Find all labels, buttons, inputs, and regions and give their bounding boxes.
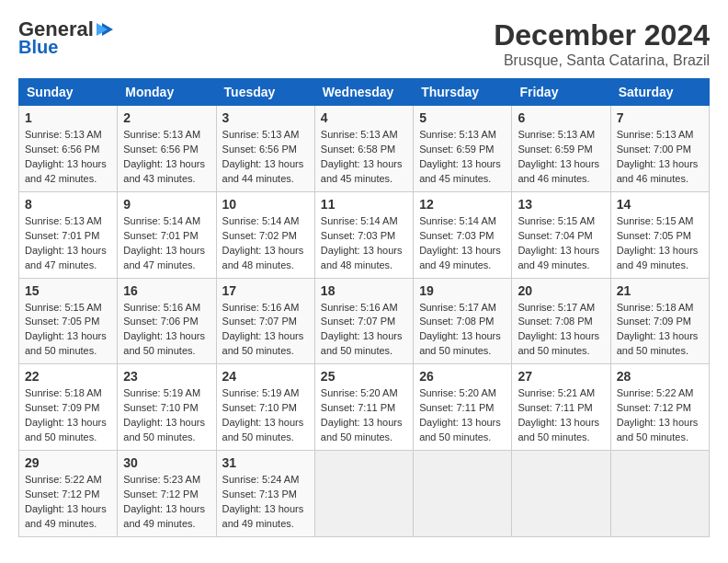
calendar-header-row: SundayMondayTuesdayWednesdayThursdayFrid…	[19, 79, 710, 106]
day-info: Sunrise: 5:16 AM Sunset: 7:06 PM Dayligh…	[123, 301, 210, 360]
column-header-monday: Monday	[118, 79, 216, 106]
day-info: Sunrise: 5:14 AM Sunset: 7:03 PM Dayligh…	[321, 214, 407, 273]
calendar-cell: 7Sunrise: 5:13 AM Sunset: 7:00 PM Daylig…	[610, 106, 709, 192]
calendar-cell: 5Sunrise: 5:13 AM Sunset: 6:59 PM Daylig…	[414, 106, 512, 192]
calendar-cell: 16Sunrise: 5:16 AM Sunset: 7:06 PM Dayli…	[118, 278, 216, 364]
calendar-cell	[512, 451, 610, 537]
day-number: 17	[222, 283, 309, 298]
day-number: 2	[123, 110, 210, 125]
day-info: Sunrise: 5:24 AM Sunset: 7:13 PM Dayligh…	[222, 473, 309, 532]
column-header-thursday: Thursday	[414, 79, 512, 106]
calendar-cell: 30Sunrise: 5:23 AM Sunset: 7:12 PM Dayli…	[118, 451, 216, 537]
day-number: 7	[617, 110, 703, 125]
day-number: 26	[419, 369, 506, 384]
calendar-cell: 29Sunrise: 5:22 AM Sunset: 7:12 PM Dayli…	[19, 451, 118, 537]
day-number: 28	[617, 369, 703, 384]
day-number: 1	[25, 110, 111, 125]
day-info: Sunrise: 5:15 AM Sunset: 7:05 PM Dayligh…	[617, 214, 703, 273]
day-number: 31	[222, 455, 309, 470]
calendar-cell: 17Sunrise: 5:16 AM Sunset: 7:07 PM Dayli…	[216, 278, 314, 364]
day-number: 10	[222, 197, 309, 212]
day-number: 30	[123, 455, 210, 470]
column-header-wednesday: Wednesday	[314, 79, 413, 106]
calendar-cell: 3Sunrise: 5:13 AM Sunset: 6:56 PM Daylig…	[216, 106, 314, 192]
column-header-tuesday: Tuesday	[216, 79, 314, 106]
day-info: Sunrise: 5:23 AM Sunset: 7:12 PM Dayligh…	[123, 473, 210, 532]
calendar-week-2: 8Sunrise: 5:13 AM Sunset: 7:01 PM Daylig…	[19, 191, 710, 278]
day-info: Sunrise: 5:13 AM Sunset: 6:56 PM Dayligh…	[222, 128, 309, 187]
calendar-cell: 27Sunrise: 5:21 AM Sunset: 7:11 PM Dayli…	[512, 364, 610, 451]
calendar-cell	[414, 451, 512, 537]
calendar-cell: 31Sunrise: 5:24 AM Sunset: 7:13 PM Dayli…	[216, 451, 314, 537]
day-info: Sunrise: 5:14 AM Sunset: 7:02 PM Dayligh…	[222, 214, 309, 273]
day-info: Sunrise: 5:14 AM Sunset: 7:01 PM Dayligh…	[123, 214, 210, 273]
day-number: 24	[222, 369, 309, 384]
logo-blue: Blue	[18, 37, 58, 57]
day-number: 29	[25, 455, 111, 470]
day-info: Sunrise: 5:19 AM Sunset: 7:10 PM Dayligh…	[222, 386, 309, 445]
day-info: Sunrise: 5:18 AM Sunset: 7:09 PM Dayligh…	[617, 301, 703, 360]
calendar-cell: 22Sunrise: 5:18 AM Sunset: 7:09 PM Dayli…	[19, 364, 118, 451]
calendar-cell: 28Sunrise: 5:22 AM Sunset: 7:12 PM Dayli…	[610, 364, 709, 451]
main-title: December 2024	[494, 18, 710, 52]
logo-icon	[95, 19, 115, 40]
calendar-cell: 2Sunrise: 5:13 AM Sunset: 6:56 PM Daylig…	[118, 106, 216, 192]
day-info: Sunrise: 5:13 AM Sunset: 6:58 PM Dayligh…	[321, 128, 407, 187]
day-info: Sunrise: 5:18 AM Sunset: 7:09 PM Dayligh…	[25, 386, 111, 445]
day-number: 21	[617, 283, 703, 298]
day-info: Sunrise: 5:13 AM Sunset: 6:59 PM Dayligh…	[419, 128, 506, 187]
title-area: December 2024 Brusque, Santa Catarina, B…	[494, 18, 710, 69]
day-number: 25	[321, 369, 407, 384]
calendar-cell: 13Sunrise: 5:15 AM Sunset: 7:04 PM Dayli…	[512, 191, 610, 278]
day-info: Sunrise: 5:22 AM Sunset: 7:12 PM Dayligh…	[25, 473, 111, 532]
day-info: Sunrise: 5:13 AM Sunset: 7:01 PM Dayligh…	[25, 214, 111, 273]
day-number: 16	[123, 283, 210, 298]
day-number: 6	[518, 110, 604, 125]
calendar-cell: 21Sunrise: 5:18 AM Sunset: 7:09 PM Dayli…	[610, 278, 709, 364]
day-number: 22	[25, 369, 111, 384]
day-info: Sunrise: 5:22 AM Sunset: 7:12 PM Dayligh…	[617, 386, 703, 445]
calendar-cell: 4Sunrise: 5:13 AM Sunset: 6:58 PM Daylig…	[314, 106, 413, 192]
calendar-week-1: 1Sunrise: 5:13 AM Sunset: 6:56 PM Daylig…	[19, 106, 710, 192]
day-number: 3	[222, 110, 309, 125]
day-info: Sunrise: 5:17 AM Sunset: 7:08 PM Dayligh…	[518, 301, 604, 360]
calendar-body: 1Sunrise: 5:13 AM Sunset: 6:56 PM Daylig…	[19, 106, 710, 537]
calendar-week-3: 15Sunrise: 5:15 AM Sunset: 7:05 PM Dayli…	[19, 278, 710, 364]
day-info: Sunrise: 5:15 AM Sunset: 7:04 PM Dayligh…	[518, 214, 604, 273]
logo: General Blue	[18, 18, 115, 57]
day-info: Sunrise: 5:19 AM Sunset: 7:10 PM Dayligh…	[123, 386, 210, 445]
calendar-cell	[610, 451, 709, 537]
column-header-saturday: Saturday	[610, 79, 709, 106]
calendar-cell: 1Sunrise: 5:13 AM Sunset: 6:56 PM Daylig…	[19, 106, 118, 192]
day-info: Sunrise: 5:13 AM Sunset: 6:56 PM Dayligh…	[25, 128, 111, 187]
day-number: 27	[518, 369, 604, 384]
calendar-cell: 26Sunrise: 5:20 AM Sunset: 7:11 PM Dayli…	[414, 364, 512, 451]
day-info: Sunrise: 5:15 AM Sunset: 7:05 PM Dayligh…	[25, 301, 111, 360]
day-number: 23	[123, 369, 210, 384]
day-number: 18	[321, 283, 407, 298]
calendar-cell: 12Sunrise: 5:14 AM Sunset: 7:03 PM Dayli…	[414, 191, 512, 278]
subtitle: Brusque, Santa Catarina, Brazil	[494, 52, 710, 69]
day-number: 5	[419, 110, 506, 125]
calendar-cell: 9Sunrise: 5:14 AM Sunset: 7:01 PM Daylig…	[118, 191, 216, 278]
calendar-cell: 24Sunrise: 5:19 AM Sunset: 7:10 PM Dayli…	[216, 364, 314, 451]
day-number: 11	[321, 197, 407, 212]
calendar-cell: 15Sunrise: 5:15 AM Sunset: 7:05 PM Dayli…	[19, 278, 118, 364]
column-header-friday: Friday	[512, 79, 610, 106]
calendar-week-4: 22Sunrise: 5:18 AM Sunset: 7:09 PM Dayli…	[19, 364, 710, 451]
day-info: Sunrise: 5:17 AM Sunset: 7:08 PM Dayligh…	[419, 301, 506, 360]
day-info: Sunrise: 5:20 AM Sunset: 7:11 PM Dayligh…	[321, 386, 407, 445]
day-info: Sunrise: 5:13 AM Sunset: 6:59 PM Dayligh…	[518, 128, 604, 187]
calendar-cell: 6Sunrise: 5:13 AM Sunset: 6:59 PM Daylig…	[512, 106, 610, 192]
calendar-cell: 19Sunrise: 5:17 AM Sunset: 7:08 PM Dayli…	[414, 278, 512, 364]
day-info: Sunrise: 5:20 AM Sunset: 7:11 PM Dayligh…	[419, 386, 506, 445]
day-number: 14	[617, 197, 703, 212]
calendar-cell: 14Sunrise: 5:15 AM Sunset: 7:05 PM Dayli…	[610, 191, 709, 278]
day-number: 4	[321, 110, 407, 125]
calendar-cell: 23Sunrise: 5:19 AM Sunset: 7:10 PM Dayli…	[118, 364, 216, 451]
day-number: 8	[25, 197, 111, 212]
day-info: Sunrise: 5:13 AM Sunset: 6:56 PM Dayligh…	[123, 128, 210, 187]
day-info: Sunrise: 5:21 AM Sunset: 7:11 PM Dayligh…	[518, 386, 604, 445]
day-info: Sunrise: 5:16 AM Sunset: 7:07 PM Dayligh…	[222, 301, 309, 360]
day-number: 15	[25, 283, 111, 298]
